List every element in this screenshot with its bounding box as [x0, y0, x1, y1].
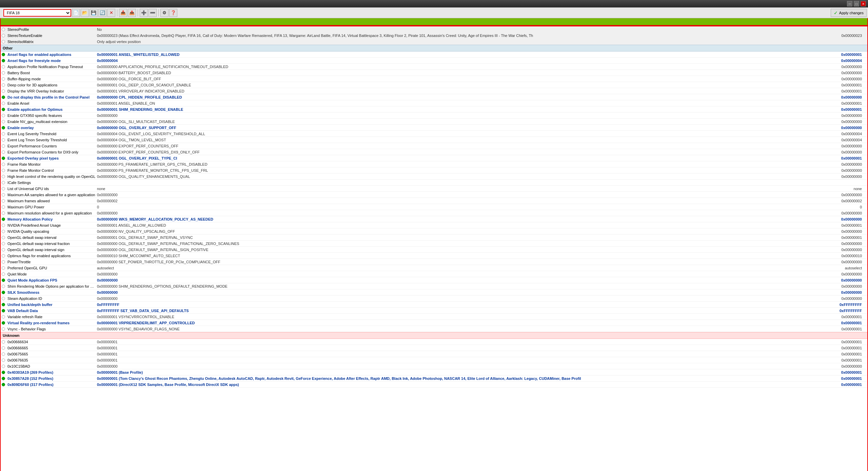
- status-indicator: [2, 199, 5, 203]
- table-row: 0x40303A19 (269 Profiles)0x00000001 (Bas…: [1, 369, 867, 375]
- profiles-select[interactable]: FIFA 18: [3, 9, 71, 17]
- setting-value: 0x00000000: [96, 272, 820, 276]
- tool-help-button[interactable]: ❓: [169, 9, 177, 17]
- status-indicator: [2, 218, 5, 221]
- apply-changes-button[interactable]: ✓ Apply changes: [831, 9, 867, 17]
- table-row: Maximum frames allowed0x000000020x000000…: [1, 198, 867, 204]
- table-row: Quiet Mode Application FPS0x000000000x00…: [1, 277, 867, 283]
- tool-open-button[interactable]: 📂: [81, 9, 89, 17]
- close-button[interactable]: ✕: [861, 1, 866, 6]
- setting-name: Enable application for Optimus: [6, 107, 96, 111]
- status-indicator: [2, 157, 5, 160]
- tool-save-button[interactable]: 💾: [90, 9, 98, 17]
- setting-default: autoselect: [820, 266, 867, 270]
- table-row: OpenGL default swap interval0x00000001 O…: [1, 234, 867, 241]
- toolbar-separator-3: [158, 9, 159, 17]
- table-row: High level control of the rendering qual…: [1, 173, 867, 180]
- status-indicator: [2, 346, 5, 350]
- status-indicator: [2, 187, 5, 190]
- row-icon: [1, 302, 6, 308]
- setting-name: Ansel flags for enabled applications: [6, 53, 96, 57]
- setting-value: 0x00000000 OGL_DEFAULT_SWAP_INTERVAL_FRA…: [96, 242, 820, 246]
- setting-name: PowerThrottle: [6, 260, 96, 264]
- setting-value: 0x00000000 EXPORT_PERF_COUNTERS_DX9_ONLY…: [96, 150, 820, 154]
- setting-name: 0x10C15BAD: [6, 364, 96, 368]
- table-row: Frame Rate Monitor0x00000000 PS_FRAMERAT…: [1, 161, 867, 167]
- row-icon: [1, 222, 6, 228]
- row-icon: [1, 173, 6, 180]
- maximize-button[interactable]: □: [854, 1, 859, 6]
- main-content[interactable]: OtherAnsel flags for enabled application…: [1, 45, 867, 471]
- tool-remove-app-button[interactable]: ➖: [149, 9, 157, 17]
- setting-name: Battery Boost: [6, 71, 96, 75]
- status-indicator: [2, 291, 5, 294]
- setting-default: 0x00000001: [820, 156, 867, 160]
- tool-settings-button[interactable]: ⚙: [160, 9, 169, 17]
- table-row: Frame Rate Monitor Control0x00000000 PS_…: [1, 167, 867, 173]
- tool-new-button[interactable]: 📄: [72, 9, 80, 17]
- status-indicator: [2, 340, 5, 344]
- setting-default: 0x00000000: [820, 260, 867, 264]
- row-icon: [1, 186, 6, 192]
- row-icon: [1, 204, 6, 210]
- tool-refresh-button[interactable]: 🔄: [98, 9, 106, 17]
- status-indicator: [2, 297, 5, 300]
- setting-value: 0x00000000: [96, 193, 820, 197]
- tool-export-button[interactable]: 📤: [128, 9, 136, 17]
- table-row: List of Universal GPU idsnonenone: [1, 186, 867, 192]
- row-icon: [1, 198, 6, 204]
- setting-value: 0x00000000 SHIM_RENDERING_OPTIONS_DEFAUL…: [96, 284, 820, 288]
- setting-value: 0x00000001 ANSEL_ALLOW_ALLOWED: [96, 223, 820, 227]
- setting-name: Frame Rate Monitor: [6, 162, 96, 166]
- status-indicator: [2, 321, 5, 325]
- row-icon: [1, 88, 6, 94]
- tool-import-button[interactable]: 📥: [119, 9, 127, 17]
- table-row: Virtual Reality pre-rendered frames0x000…: [1, 320, 867, 326]
- setting-name: Optimus flags for enabled applications: [6, 254, 96, 258]
- content-wrapper: StereoProfile No StereoTextureEnable 0x0…: [0, 26, 868, 471]
- table-row: Enable Ansel0x00000001 ANSEL_ENABLE_ON0x…: [1, 100, 867, 106]
- row-icon: [1, 143, 6, 149]
- row-icon: [1, 119, 6, 125]
- tool-delete-button[interactable]: ✕: [107, 9, 115, 17]
- row-icon: [1, 283, 6, 289]
- row-icon: [1, 345, 6, 351]
- table-row: 0x10C15BAD0x000000000x00000000: [1, 363, 867, 369]
- setting-name: 0x00666634: [6, 340, 96, 344]
- status-indicator: [2, 315, 5, 319]
- tool-add-app-button[interactable]: ➕: [140, 9, 148, 17]
- setting-value: 0x00000001 (Tom Clancy's Ghost Recon Pha…: [96, 376, 820, 381]
- status-indicator: [2, 303, 5, 306]
- setting-default: 0x00000000: [820, 162, 867, 166]
- setting-default: 0xFFFFFFFF: [820, 309, 867, 313]
- row-icon: [1, 339, 6, 345]
- row-icon: [1, 26, 6, 33]
- setting-name: Enable overlay: [6, 126, 96, 130]
- setting-default: 0x00000001: [820, 223, 867, 227]
- table-row: Buffer-flipping mode0x00000000 OGL_FORCE…: [1, 76, 867, 82]
- setting-default: 0x00000010: [820, 254, 867, 258]
- toolbar-separator: [117, 9, 117, 17]
- table-row: 0x809D5F60 (317 Profiles)0x00000001 (Dir…: [1, 382, 867, 388]
- setting-default: 0x00000000: [820, 364, 867, 368]
- setting-name: 0x809D5F60 (317 Profiles): [6, 383, 96, 387]
- setting-default: 0x00000000: [820, 120, 867, 124]
- setting-value: 0x00000001: [96, 346, 820, 350]
- setting-name: StereoTextureEnable: [6, 34, 96, 38]
- status-indicator: [2, 260, 5, 264]
- setting-name: Event Log Severity Threshold: [6, 132, 96, 136]
- table-row: Enable GTX950 specific features0x0000000…: [1, 112, 867, 119]
- setting-value: 0xFFFFFFFF SET_VAB_DATA_USE_API_DEFAULTS: [96, 309, 820, 313]
- status-indicator: [2, 181, 5, 184]
- setting-default: 0x00000001: [820, 83, 867, 87]
- status-indicator: [2, 132, 5, 136]
- table-row: Variable refresh Rate0x00000001 VSYNCVRR…: [1, 314, 867, 320]
- apply-check-icon: ✓: [834, 10, 838, 16]
- row-icon: [1, 216, 6, 222]
- row-icon: [1, 125, 6, 131]
- title-bar: ─ □ ✕: [0, 0, 868, 7]
- setting-name: Enable GTX950 specific features: [6, 114, 96, 118]
- minimize-button[interactable]: ─: [847, 1, 852, 6]
- table-row: OpenGL default swap interval sign0x00000…: [1, 247, 867, 253]
- table-row: Enable NV_gpu_multicast extension0x00000…: [1, 119, 867, 125]
